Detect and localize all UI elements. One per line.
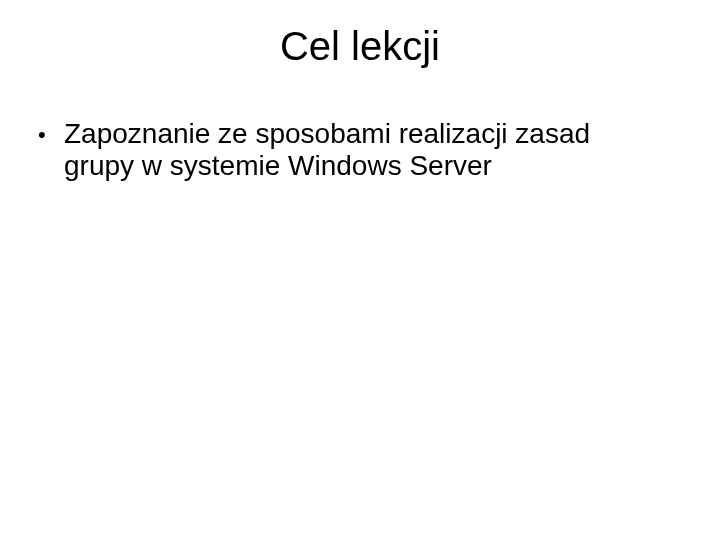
- list-item: • Zapoznanie ze sposobami realizacji zas…: [38, 118, 660, 182]
- bullet-icon: •: [38, 118, 64, 147]
- slide: Cel lekcji • Zapoznanie ze sposobami rea…: [0, 0, 720, 540]
- slide-title: Cel lekcji: [0, 24, 720, 69]
- slide-body: • Zapoznanie ze sposobami realizacji zas…: [38, 118, 660, 182]
- bullet-text: Zapoznanie ze sposobami realizacji zasad…: [64, 118, 660, 182]
